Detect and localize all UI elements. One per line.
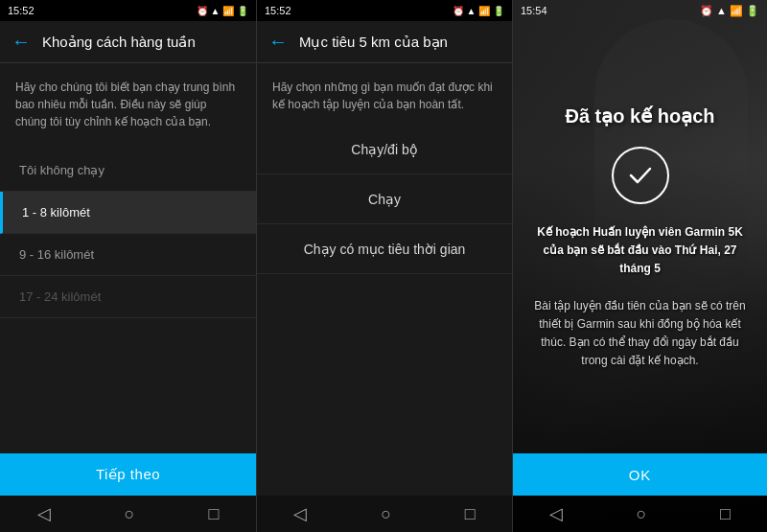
- panel-5k-goal: 15:52 ⏰ ▲ 📶 🔋 ← Mục tiêu 5 km của bạn Hã…: [256, 0, 512, 532]
- status-icons-1: ⏰ ▲ 📶 🔋: [197, 6, 248, 16]
- panel3-content: 15:54 ⏰ ▲ 📶 🔋 Đã tạo kế hoạch Kế hoạch H…: [513, 0, 767, 532]
- option-17-24km[interactable]: 17 - 24 kilômét: [0, 276, 256, 318]
- panel-plan-created: 15:54 ⏰ ▲ 📶 🔋 Đã tạo kế hoạch Kế hoạch H…: [512, 0, 767, 532]
- plan-description: Kế hoạch Huấn luyện viên Garmin 5K của b…: [528, 223, 752, 371]
- description-2: Hãy chọn những gì bạn muốn đạt được khi …: [257, 63, 512, 125]
- panel-weekly-distance: 15:52 ⏰ ▲ 📶 🔋 ← Khoảng cách hàng tuần Hã…: [0, 0, 256, 532]
- header-1: ← Khoảng cách hàng tuần: [0, 21, 256, 63]
- ok-button[interactable]: OK: [513, 453, 767, 496]
- plan-created-heading: Đã tạo kế hoạch: [565, 104, 714, 127]
- nav-back-1[interactable]: ◁: [37, 503, 51, 524]
- time-3: 15:54: [521, 5, 547, 16]
- plan-description-line2: Bài tập luyện đầu tiên của bạn sẽ có trê…: [534, 299, 745, 368]
- status-bar-2: 15:52 ⏰ ▲ 📶 🔋: [257, 0, 512, 21]
- options-list-1: Tôi không chạy 1 - 8 kilômét 9 - 16 kilô…: [0, 142, 256, 453]
- option-no-run[interactable]: Tôi không chạy: [0, 150, 256, 192]
- checkmark-icon: [625, 160, 656, 191]
- time-2: 15:52: [265, 5, 291, 16]
- panel3-body: Đã tạo kế hoạch Kế hoạch Huấn luyện viên…: [513, 21, 767, 453]
- nav-menu-3[interactable]: □: [720, 504, 731, 524]
- status-bar-3: 15:54 ⏰ ▲ 📶 🔋: [513, 0, 767, 21]
- continue-button-1[interactable]: Tiếp theo: [0, 453, 256, 496]
- nav-menu-2[interactable]: □: [465, 504, 476, 524]
- header-2: ← Mục tiêu 5 km của bạn: [257, 21, 512, 63]
- option-run[interactable]: Chạy: [257, 174, 512, 224]
- nav-home-3[interactable]: ○: [637, 504, 647, 524]
- bottom-nav-2: ◁ ○ □: [257, 496, 512, 532]
- nav-back-3[interactable]: ◁: [549, 503, 563, 524]
- status-bar-1: 15:52 ⏰ ▲ 📶 🔋: [0, 0, 256, 21]
- panel2-options-list: Chạy/đi bộ Chạy Chạy có mục tiêu thời gi…: [257, 125, 512, 496]
- plan-description-line1: Kế hoạch Huấn luyện viên Garmin 5K của b…: [537, 225, 743, 275]
- nav-back-2[interactable]: ◁: [293, 503, 307, 524]
- option-run-time-goal[interactable]: Chạy có mục tiêu thời gian: [257, 224, 512, 274]
- status-icons-3: ⏰ ▲ 📶 🔋: [700, 5, 759, 17]
- status-icons-2: ⏰ ▲ 📶 🔋: [453, 6, 504, 16]
- description-1: Hãy cho chúng tôi biết bạn chạy trung bì…: [0, 63, 256, 142]
- option-walk-run[interactable]: Chạy/đi bộ: [257, 125, 512, 174]
- time-1: 15:52: [8, 5, 35, 16]
- nav-home-2[interactable]: ○: [381, 504, 391, 524]
- header-title-2: Mục tiêu 5 km của bạn: [299, 34, 448, 51]
- check-circle: [612, 147, 669, 204]
- header-title-1: Khoảng cách hàng tuần: [42, 34, 196, 51]
- option-1-8km[interactable]: 1 - 8 kilômét: [0, 192, 256, 234]
- nav-home-1[interactable]: ○: [125, 504, 135, 524]
- nav-menu-1[interactable]: □: [209, 504, 220, 524]
- bottom-nav-1: ◁ ○ □: [0, 496, 256, 532]
- bottom-nav-3: ◁ ○ □: [513, 496, 767, 532]
- back-button-2[interactable]: ←: [268, 31, 288, 53]
- option-9-16km[interactable]: 9 - 16 kilômét: [0, 234, 256, 276]
- back-button-1[interactable]: ←: [12, 31, 31, 53]
